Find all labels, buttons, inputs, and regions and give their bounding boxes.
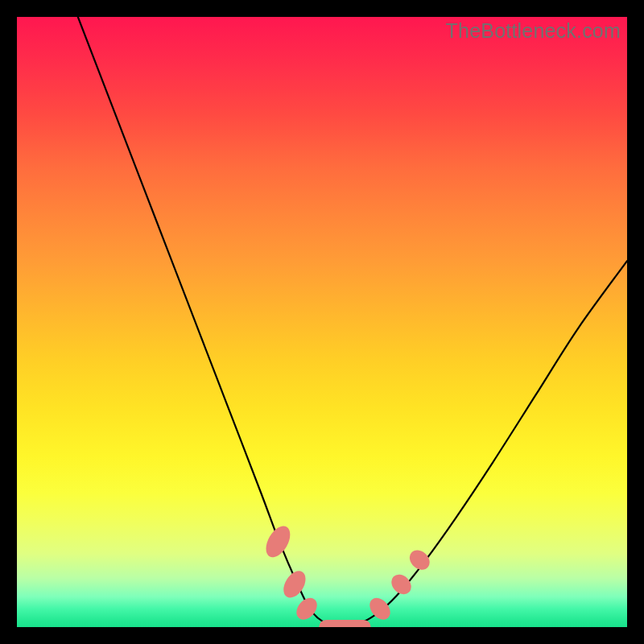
chart-area: TheBottleneck.com [17, 17, 627, 627]
bottleneck-curve [78, 17, 627, 625]
bead-right-mid [387, 571, 415, 598]
bead-left-mid [279, 567, 311, 601]
curve-beads [261, 522, 433, 627]
bead-right-upper [406, 547, 433, 574]
bead-bottom-bar [319, 620, 370, 627]
chart-svg [17, 17, 627, 627]
bead-left-low [292, 594, 321, 624]
bead-left-upper [261, 522, 295, 561]
